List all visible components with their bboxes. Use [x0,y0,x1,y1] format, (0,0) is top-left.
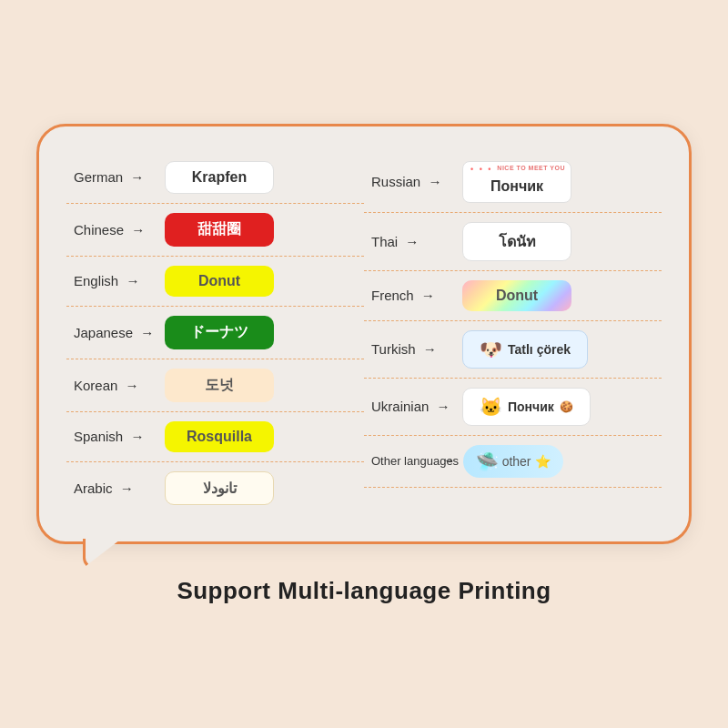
dog-icon: 🐶 [480,339,502,360]
list-item: Japanese → ドーナツ [66,307,364,359]
list-item: Arabic → تانودلا [66,462,364,514]
language-label: Chinese → [74,222,156,238]
arrow-icon: → [405,234,419,249]
list-item: French → Donut [364,271,662,321]
cookie-icon: 🍪 [560,400,573,413]
arrow-icon: → [126,273,139,288]
word-tag: โดนัท [462,222,571,261]
arrow-icon: → [130,169,144,185]
list-item: Chinese → 甜甜圈 [66,204,364,257]
word-tag: ドーナツ [165,316,274,349]
word-tag: Donut [462,280,571,311]
word-tag: 甜甜圈 [165,213,274,247]
word-tag: Krapfen [165,161,274,194]
word-tag: Rosquilla [165,421,274,452]
word-tag: تانودلا [165,471,274,505]
word-tag: 도넛 [165,369,274,402]
list-item: Thai → โดนัท [364,213,662,271]
language-label: Russian → [371,174,453,189]
list-item: Spanish → Rosquilla [66,412,364,462]
languages-grid: German → Krapfen Chinese → 甜甜圈 English →… [66,152,662,521]
list-item: Russian → Пончик [364,152,662,213]
arrow-icon: → [140,325,154,340]
word-tag: 🐱 Пончик 🍪 [462,388,591,426]
ufo-icon: 🛸 [476,450,499,472]
list-item: Other languages → 🛸 other ⭐ [364,436,662,488]
left-column: German → Krapfen Chinese → 甜甜圈 English →… [66,152,364,521]
language-label: Turkish → [371,341,453,357]
arrow-icon: → [130,429,144,444]
language-label: Other languages → [371,453,454,469]
language-label: Arabic → [74,480,156,496]
language-label: Japanese → [74,325,156,340]
language-label: Ukrainian → [371,399,453,414]
language-label: English → [74,273,156,288]
word-tag: 🛸 other ⭐ [463,445,563,478]
list-item: Korean → 도넛 [66,359,364,412]
arrow-icon: → [421,288,435,303]
list-item: Turkish → 🐶 Tatlı çörek [364,321,662,379]
list-item: Ukrainian → 🐱 Пончик 🍪 [364,379,662,436]
star-icon: ⭐ [535,454,551,469]
language-label: Spanish → [74,429,156,444]
language-label: Korean → [74,378,156,393]
main-card: German → Krapfen Chinese → 甜甜圈 English →… [36,124,692,544]
list-item: English → Donut [66,257,364,307]
arrow-icon: → [428,174,441,189]
list-item: German → Krapfen [66,152,364,204]
cat-icon: 🐱 [480,396,502,418]
language-label: French → [371,288,453,303]
arrow-icon: → [131,222,145,238]
language-label: German → [74,169,156,185]
word-tag: Пончик [462,161,571,203]
arrow-icon: → [120,480,134,496]
word-tag: 🐶 Tatlı çörek [462,330,588,369]
arrow-icon: → [126,378,139,393]
right-column: Russian → Пончик Thai → โดนัท French → D… [364,152,662,521]
arrow-icon: → [442,453,454,469]
arrow-icon: → [437,399,450,414]
footer-title: Support Multi-language Printing [177,577,551,605]
word-tag: Donut [165,266,274,297]
language-label: Thai → [371,234,453,249]
arrow-icon: → [423,341,437,357]
